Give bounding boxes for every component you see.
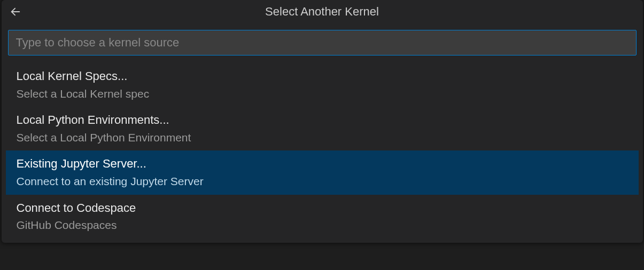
- kernel-selector-dialog: Select Another Kernel Local Kernel Specs…: [2, 0, 643, 243]
- item-label: Connect to Codespace: [17, 200, 628, 217]
- dialog-title: Select Another Kernel: [2, 5, 643, 19]
- back-button[interactable]: [8, 4, 23, 19]
- list-item-connect-to-codespace[interactable]: Connect to Codespace GitHub Codespaces: [6, 195, 639, 239]
- kernel-source-list: Local Kernel Specs... Select a Local Ker…: [2, 61, 643, 239]
- list-item-existing-jupyter-server[interactable]: Existing Jupyter Server... Connect to an…: [6, 150, 639, 194]
- kernel-source-search-input[interactable]: [8, 30, 637, 55]
- item-description: Select a Local Python Environment: [17, 130, 628, 145]
- item-label: Existing Jupyter Server...: [17, 156, 628, 172]
- item-description: Select a Local Kernel spec: [17, 86, 628, 101]
- item-description: GitHub Codespaces: [17, 217, 628, 233]
- item-label: Local Kernel Specs...: [17, 68, 628, 85]
- arrow-left-icon: [10, 6, 21, 18]
- search-input-wrapper: [2, 30, 643, 61]
- list-item-local-kernel-specs[interactable]: Local Kernel Specs... Select a Local Ker…: [6, 63, 639, 107]
- item-label: Local Python Environments...: [17, 112, 628, 129]
- dialog-header: Select Another Kernel: [2, 0, 643, 23]
- list-item-local-python-environments[interactable]: Local Python Environments... Select a Lo…: [6, 107, 639, 150]
- item-description: Connect to an existing Jupyter Server: [17, 173, 628, 189]
